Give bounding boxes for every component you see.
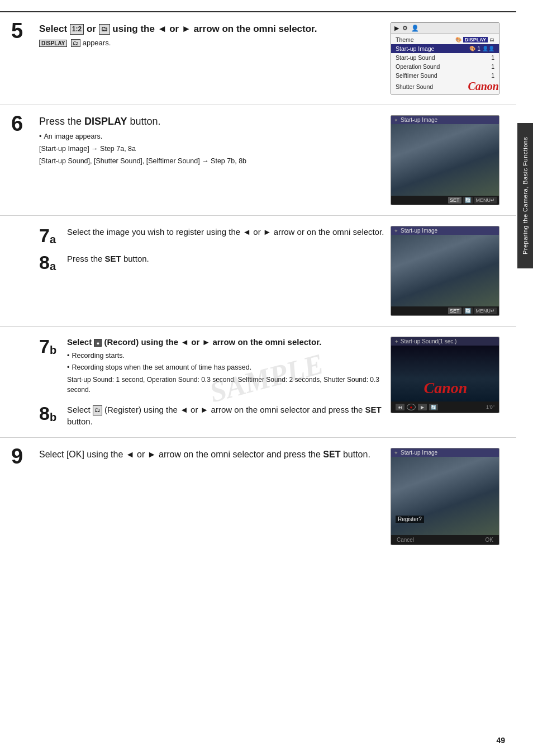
step5-image-col: ▶ ⚙ 👤 Theme 🎨 DISPLAY 🗂 (391, 22, 505, 94)
step6-line3: [Start-up Sound], [Shutter Sound], [Self… (39, 156, 385, 167)
step8b-title: Select 🗂 (Register) using the ◄ or ► arr… (67, 404, 385, 427)
step7b-image-col: ✦ Start-up Sound(1 sec.) Canon ⏮ ▶ 🔄 1'0… (391, 337, 505, 427)
step8a-title: Press the SET button. (67, 253, 149, 264)
step9-title: Select [OK] using the ◄ or ► arrow on th… (39, 448, 385, 461)
side-tab: Preparing the Camera, Basic Functions (517, 123, 533, 268)
rotate-btn-6: 🔄 (463, 197, 473, 204)
set-btn-6: SET (448, 197, 461, 204)
step7b-bullet2: Recording stops when the set amount of t… (67, 362, 385, 373)
step7a-screen: ✦ Start-up Image SET 🔄 MENU↵ (391, 226, 499, 316)
step7b-title: Select ● (Record) using the ◄ or ► arrow… (67, 337, 385, 348)
step6-title-bar: ✦ Start-up Image (391, 116, 499, 124)
step6-footer: SET 🔄 MENU↵ (391, 196, 499, 205)
step6-image-col: ✦ Start-up Image SET 🔄 MENU↵ (391, 115, 505, 205)
menu-body: Theme 🎨 DISPLAY 🗂 Start-up Image (391, 34, 499, 94)
step7b-screen: ✦ Start-up Sound(1 sec.) Canon ⏮ ▶ 🔄 1'0… (391, 337, 499, 413)
register-label: Register? (396, 516, 424, 523)
sound-controls: ⏮ ▶ 🔄 1'0" (391, 401, 499, 413)
menu-top-bar: ▶ ⚙ 👤 (391, 23, 499, 34)
step6-title: Press the DISPLAY button. (39, 115, 385, 128)
step9-image: Register? (391, 457, 499, 535)
step7b-line3: Start-up Sound: 1 second, Operation Soun… (67, 375, 385, 395)
step7a-text: Select the image you wish to register us… (63, 226, 384, 238)
play-back-btn: ⏮ (396, 404, 404, 410)
step7b-body: Recording starts. Recording stops when t… (67, 351, 385, 395)
step7b-number: 7b (39, 337, 63, 356)
step7a-number: 7a (39, 226, 63, 245)
play-fwd-btn: 🔄 (429, 404, 438, 410)
sound-title-bar: ✦ Start-up Sound(1 sec.) (391, 337, 499, 346)
display-badge: DISPLAY (39, 40, 67, 47)
settings-icon: ⚙ (402, 25, 408, 32)
step6-number: 6 (11, 113, 39, 134)
step5-or: or (87, 23, 99, 34)
step8b-row: 8b Select 🗂 (Register) using the ◄ or ► … (39, 404, 385, 427)
step7a-8a-section: 7a Select the image you wish to register… (0, 215, 516, 326)
step8b-text: Select 🗂 (Register) using the ◄ or ► arr… (63, 404, 385, 427)
canon-logo-menu: Canon (468, 80, 499, 93)
step6-screen: ✦ Start-up Image SET 🔄 MENU↵ (391, 115, 499, 205)
canon-red-logo: Canon (424, 379, 468, 397)
step9-set-word: SET (323, 450, 340, 459)
step9-text: Select [OK] using the ◄ or ► arrow on th… (39, 448, 391, 545)
set-btn-7a: SET (448, 308, 461, 314)
step5-icon1: 1:2 (70, 24, 84, 35)
cancel-label: Cancel (397, 537, 414, 543)
step9-title-bar: ✦ Start-up Image (391, 448, 499, 457)
step5-text: Select 1:2 or 🗂 using the ◄ or ► arrow o… (39, 22, 391, 94)
menu-row-operation-sound: Operation Sound 1 (391, 62, 499, 71)
step5-icon2: 🗂 (99, 24, 110, 35)
step7a-title: Select the image you wish to register us… (67, 226, 384, 238)
step7b-section: 7b Select ● (Record) using the ◄ or ► ar… (0, 326, 516, 437)
step7a-image-col: ✦ Start-up Image SET 🔄 MENU↵ (391, 226, 505, 316)
step8a-number: 8a (39, 253, 63, 272)
step7a-image (391, 235, 499, 306)
step8a-row: 8a Press the SET button. (39, 253, 385, 272)
step8b-icon: 🗂 (93, 405, 102, 415)
menu-row-shutter-sound: Shutter Sound Canon (391, 80, 499, 93)
step5-number: 5 (11, 20, 39, 41)
menu-row-startup-image: Start-up Image 🎨 1 👤👤 (391, 44, 499, 53)
step8a-text: Press the SET button. (63, 253, 149, 264)
step9-image-col: ✦ Start-up Image Register? Cancel OK (391, 448, 505, 545)
step8b-sub: b (50, 411, 56, 423)
step9-footer: Cancel OK (391, 535, 499, 545)
step5-section: 5 Select 1:2 or 🗂 using the ◄ or ► arrow… (0, 11, 516, 105)
person-icon: 👤 (411, 25, 419, 32)
step5-title: Select 1:2 or 🗂 using the ◄ or ► arrow o… (39, 22, 385, 36)
step8a-set-word: SET (105, 254, 121, 263)
page-number: 49 (496, 736, 505, 745)
step7a-8a-text: 7a Select the image you wish to register… (39, 226, 391, 316)
step6-bullet1: An image appears. (39, 131, 385, 142)
step9-section: 9 Select [OK] using the ◄ or ► arrow on … (0, 437, 516, 555)
step6-image (391, 124, 499, 196)
ok-label: OK (486, 537, 493, 543)
menu-btn-6: MENU↵ (474, 197, 497, 204)
step7b-row: 7b Select ● (Record) using the ◄ or ► ar… (39, 337, 385, 395)
step9-screen: ✦ Start-up Image Register? Cancel OK (391, 448, 499, 545)
step5-screen: ▶ ⚙ 👤 Theme 🎨 DISPLAY 🗂 (391, 22, 499, 94)
step7b-bullet1: Recording starts. (67, 351, 385, 361)
sound-image-area: Canon (391, 346, 499, 401)
step6-body: An image appears. [Start-up Image] → Ste… (39, 131, 385, 166)
menu-btn-7a: MENU↵ (474, 308, 497, 314)
rec-btn (407, 404, 416, 410)
menu-row-theme: Theme 🎨 DISPLAY 🗂 (391, 35, 499, 44)
record-icon: ● (94, 339, 102, 347)
step8b-number: 8b (39, 404, 63, 423)
step8b-set-word: SET (365, 405, 382, 414)
step5-register-icon: 🗂 (71, 39, 80, 47)
step6-display-word: DISPLAY (84, 116, 127, 127)
menu-row-selftimer-sound: Selftimer Sound 1 (391, 71, 499, 80)
step5-appears: DISPLAY 🗂 appears. (39, 39, 385, 48)
menu-row-startup-sound: Start-up Sound 1 (391, 53, 499, 62)
page-container: Preparing the Camera, Basic Functions 5 … (0, 0, 533, 756)
step6-line2: [Start-up Image] → Step 7a, 8a (39, 144, 385, 154)
step7a-title-bar: ✦ Start-up Image (391, 226, 499, 235)
step9-number: 9 (11, 446, 39, 467)
step7a-sub: a (50, 233, 56, 245)
step8a-sub: a (50, 260, 56, 272)
step7a-row: 7a Select the image you wish to register… (39, 226, 385, 245)
play-icon: ▶ (394, 25, 399, 32)
rotate-btn-7a: 🔄 (463, 308, 473, 314)
